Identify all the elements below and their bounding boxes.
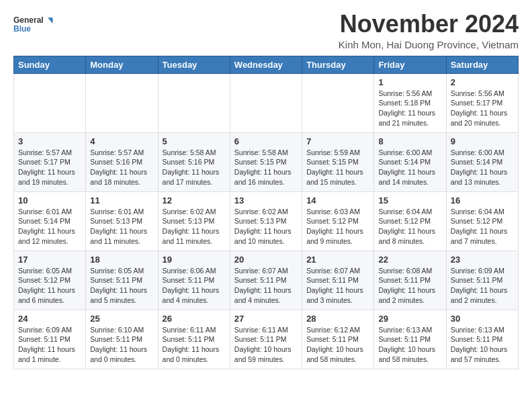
day-info: Sunrise: 6:05 AM Sunset: 5:11 PM Dayligh… <box>90 266 153 306</box>
calendar-cell: 27Sunrise: 6:11 AM Sunset: 5:11 PM Dayli… <box>230 310 302 369</box>
calendar-cell: 13Sunrise: 6:02 AM Sunset: 5:13 PM Dayli… <box>230 191 302 250</box>
day-number: 13 <box>234 195 298 205</box>
calendar-cell: 5Sunrise: 5:58 AM Sunset: 5:16 PM Daylig… <box>158 132 230 191</box>
calendar-cell: 2Sunrise: 5:56 AM Sunset: 5:17 PM Daylig… <box>446 73 518 132</box>
calendar-cell <box>158 73 230 132</box>
day-info: Sunrise: 5:56 AM Sunset: 5:18 PM Dayligh… <box>378 89 441 128</box>
day-number: 20 <box>234 255 298 265</box>
calendar-cell: 29Sunrise: 6:13 AM Sunset: 5:11 PM Dayli… <box>374 310 446 369</box>
calendar-cell: 28Sunrise: 6:12 AM Sunset: 5:11 PM Dayli… <box>302 310 374 369</box>
day-number: 5 <box>163 136 226 146</box>
day-info: Sunrise: 6:10 AM Sunset: 5:11 PM Dayligh… <box>90 325 153 365</box>
calendar-cell <box>230 73 302 132</box>
day-number: 12 <box>163 195 226 205</box>
calendar-cell: 7Sunrise: 5:59 AM Sunset: 5:15 PM Daylig… <box>302 132 374 191</box>
calendar-cell: 23Sunrise: 6:09 AM Sunset: 5:11 PM Dayli… <box>446 250 518 310</box>
day-info: Sunrise: 6:13 AM Sunset: 5:11 PM Dayligh… <box>451 325 514 365</box>
day-info: Sunrise: 6:05 AM Sunset: 5:12 PM Dayligh… <box>18 266 81 306</box>
day-number: 23 <box>451 255 514 265</box>
logo: General Blue <box>13 11 54 38</box>
calendar-cell: 15Sunrise: 6:04 AM Sunset: 5:12 PM Dayli… <box>374 191 446 250</box>
header-tuesday: Tuesday <box>158 56 230 73</box>
header-thursday: Thursday <box>302 56 374 73</box>
svg-marker-2 <box>48 17 53 24</box>
day-info: Sunrise: 5:57 AM Sunset: 5:16 PM Dayligh… <box>90 148 153 187</box>
day-info: Sunrise: 6:09 AM Sunset: 5:11 PM Dayligh… <box>451 266 514 306</box>
day-number: 11 <box>90 195 153 205</box>
calendar-cell: 4Sunrise: 5:57 AM Sunset: 5:16 PM Daylig… <box>86 132 158 191</box>
day-number: 28 <box>306 314 369 324</box>
calendar-cell: 12Sunrise: 6:02 AM Sunset: 5:13 PM Dayli… <box>158 191 230 250</box>
day-number: 4 <box>90 136 153 146</box>
day-info: Sunrise: 6:02 AM Sunset: 5:13 PM Dayligh… <box>234 207 298 246</box>
calendar-cell <box>302 73 374 132</box>
calendar-cell: 10Sunrise: 6:01 AM Sunset: 5:14 PM Dayli… <box>14 191 86 250</box>
day-info: Sunrise: 6:09 AM Sunset: 5:11 PM Dayligh… <box>18 325 81 365</box>
day-number: 17 <box>18 255 81 265</box>
calendar-week-1: 1Sunrise: 5:56 AM Sunset: 5:18 PM Daylig… <box>14 73 519 132</box>
header-friday: Friday <box>374 56 446 73</box>
day-info: Sunrise: 5:59 AM Sunset: 5:15 PM Dayligh… <box>306 148 369 187</box>
day-info: Sunrise: 6:08 AM Sunset: 5:11 PM Dayligh… <box>378 266 441 306</box>
day-info: Sunrise: 6:11 AM Sunset: 5:11 PM Dayligh… <box>234 325 298 365</box>
calendar-cell: 1Sunrise: 5:56 AM Sunset: 5:18 PM Daylig… <box>374 73 446 132</box>
day-info: Sunrise: 6:04 AM Sunset: 5:12 PM Dayligh… <box>451 207 514 246</box>
day-number: 1 <box>378 77 441 87</box>
day-number: 9 <box>451 136 514 146</box>
day-info: Sunrise: 6:04 AM Sunset: 5:12 PM Dayligh… <box>378 207 441 246</box>
calendar-cell <box>14 73 86 132</box>
day-number: 19 <box>163 255 226 265</box>
day-info: Sunrise: 6:12 AM Sunset: 5:11 PM Dayligh… <box>306 325 369 365</box>
header-monday: Monday <box>86 56 158 73</box>
month-title: November 2024 <box>339 11 519 38</box>
day-number: 24 <box>18 314 81 324</box>
header-sunday: Sunday <box>14 56 86 73</box>
day-info: Sunrise: 6:03 AM Sunset: 5:12 PM Dayligh… <box>306 207 369 246</box>
day-number: 10 <box>18 195 81 205</box>
day-info: Sunrise: 6:13 AM Sunset: 5:11 PM Dayligh… <box>378 325 441 365</box>
calendar-cell: 8Sunrise: 6:00 AM Sunset: 5:14 PM Daylig… <box>374 132 446 191</box>
day-number: 29 <box>378 314 441 324</box>
day-number: 26 <box>163 314 226 324</box>
day-info: Sunrise: 6:01 AM Sunset: 5:13 PM Dayligh… <box>90 207 153 246</box>
day-number: 14 <box>306 195 369 205</box>
title-block: November 2024 Kinh Mon, Hai Duong Provin… <box>339 11 519 50</box>
calendar-week-3: 10Sunrise: 6:01 AM Sunset: 5:14 PM Dayli… <box>14 191 519 250</box>
day-number: 27 <box>234 314 298 324</box>
day-info: Sunrise: 6:00 AM Sunset: 5:14 PM Dayligh… <box>378 148 441 187</box>
day-number: 16 <box>451 195 514 205</box>
calendar-cell: 16Sunrise: 6:04 AM Sunset: 5:12 PM Dayli… <box>446 191 518 250</box>
day-number: 18 <box>90 255 153 265</box>
calendar-week-5: 24Sunrise: 6:09 AM Sunset: 5:11 PM Dayli… <box>14 310 519 369</box>
day-number: 21 <box>306 255 369 265</box>
day-info: Sunrise: 6:07 AM Sunset: 5:11 PM Dayligh… <box>234 266 298 306</box>
calendar-cell: 6Sunrise: 5:58 AM Sunset: 5:15 PM Daylig… <box>230 132 302 191</box>
day-number: 6 <box>234 136 298 146</box>
day-info: Sunrise: 5:57 AM Sunset: 5:17 PM Dayligh… <box>18 148 81 187</box>
calendar-table: SundayMondayTuesdayWednesdayThursdayFrid… <box>13 56 519 369</box>
calendar-week-2: 3Sunrise: 5:57 AM Sunset: 5:17 PM Daylig… <box>14 132 519 191</box>
header-wednesday: Wednesday <box>230 56 302 73</box>
day-info: Sunrise: 5:58 AM Sunset: 5:16 PM Dayligh… <box>163 148 226 187</box>
day-number: 3 <box>18 136 81 146</box>
calendar-cell: 30Sunrise: 6:13 AM Sunset: 5:11 PM Dayli… <box>446 310 518 369</box>
day-info: Sunrise: 6:01 AM Sunset: 5:14 PM Dayligh… <box>18 207 81 246</box>
calendar-cell: 19Sunrise: 6:06 AM Sunset: 5:11 PM Dayli… <box>158 250 230 310</box>
calendar-cell: 3Sunrise: 5:57 AM Sunset: 5:17 PM Daylig… <box>14 132 86 191</box>
calendar-cell: 17Sunrise: 6:05 AM Sunset: 5:12 PM Dayli… <box>14 250 86 310</box>
calendar-cell: 11Sunrise: 6:01 AM Sunset: 5:13 PM Dayli… <box>86 191 158 250</box>
calendar-cell: 24Sunrise: 6:09 AM Sunset: 5:11 PM Dayli… <box>14 310 86 369</box>
day-info: Sunrise: 6:11 AM Sunset: 5:11 PM Dayligh… <box>163 325 226 365</box>
calendar-cell: 22Sunrise: 6:08 AM Sunset: 5:11 PM Dayli… <box>374 250 446 310</box>
day-number: 25 <box>90 314 153 324</box>
logo-svg: General Blue <box>13 11 54 38</box>
calendar-cell <box>86 73 158 132</box>
calendar-cell: 21Sunrise: 6:07 AM Sunset: 5:11 PM Dayli… <box>302 250 374 310</box>
header-saturday: Saturday <box>446 56 518 73</box>
svg-text:General: General <box>13 15 44 25</box>
day-number: 8 <box>378 136 441 146</box>
day-info: Sunrise: 5:56 AM Sunset: 5:17 PM Dayligh… <box>451 89 514 128</box>
calendar-week-4: 17Sunrise: 6:05 AM Sunset: 5:12 PM Dayli… <box>14 250 519 310</box>
svg-text:Blue: Blue <box>13 24 31 34</box>
day-number: 15 <box>378 195 441 205</box>
